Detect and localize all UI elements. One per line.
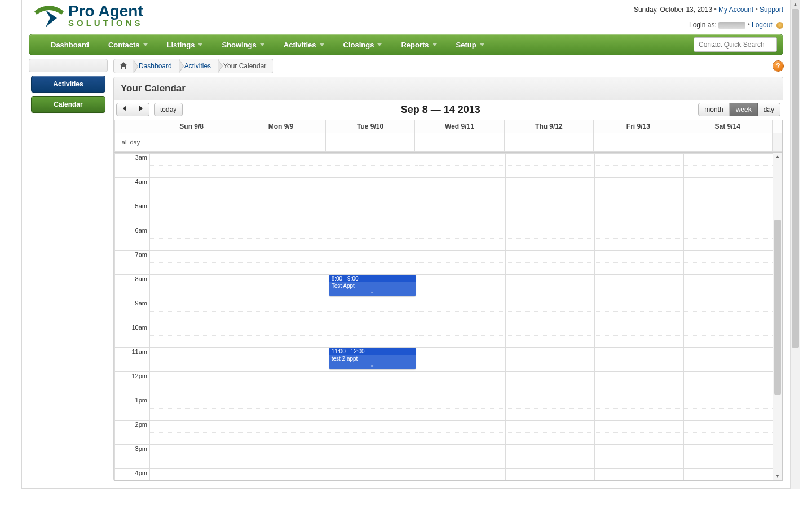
time-slot[interactable] bbox=[595, 396, 684, 421]
calendar-event[interactable]: 8:00 - 9:00Test Appt= bbox=[329, 275, 416, 296]
time-slot[interactable] bbox=[506, 154, 595, 178]
time-slot[interactable] bbox=[150, 469, 239, 481]
time-slot[interactable] bbox=[595, 421, 684, 445]
my-account-link[interactable]: My Account bbox=[718, 6, 753, 14]
time-slot[interactable] bbox=[417, 372, 506, 396]
calendar-event[interactable]: 11:00 - 12:00test 2 appt= bbox=[329, 348, 416, 369]
breadcrumb-dashboard[interactable]: Dashboard bbox=[133, 59, 179, 73]
time-slot[interactable] bbox=[239, 202, 328, 226]
nav-item-listings[interactable]: Listings bbox=[159, 37, 211, 52]
time-slot[interactable] bbox=[684, 421, 773, 445]
allday-cell[interactable] bbox=[504, 133, 593, 152]
time-slot[interactable] bbox=[239, 251, 328, 275]
time-slot[interactable] bbox=[417, 275, 506, 299]
time-slot[interactable] bbox=[417, 226, 506, 251]
time-slot[interactable] bbox=[595, 226, 684, 251]
time-slot[interactable] bbox=[506, 202, 595, 226]
allday-cell[interactable] bbox=[236, 133, 325, 152]
prev-button[interactable] bbox=[116, 103, 133, 116]
time-slot[interactable] bbox=[328, 469, 417, 481]
time-slot[interactable] bbox=[684, 154, 773, 178]
time-slot[interactable] bbox=[328, 299, 417, 323]
time-slot[interactable] bbox=[506, 275, 595, 299]
time-slot[interactable] bbox=[417, 348, 506, 372]
time-slot[interactable] bbox=[328, 202, 417, 226]
time-slot[interactable] bbox=[506, 226, 595, 251]
time-slot[interactable] bbox=[417, 299, 506, 323]
time-slot[interactable] bbox=[328, 178, 417, 202]
scrollbar-thumb[interactable] bbox=[792, 9, 799, 348]
time-slot[interactable] bbox=[684, 178, 773, 202]
allday-cell[interactable] bbox=[683, 133, 772, 152]
allday-cell[interactable] bbox=[415, 133, 504, 152]
nav-item-closings[interactable]: Closings bbox=[336, 37, 390, 52]
nav-item-showings[interactable]: Showings bbox=[214, 37, 272, 52]
next-button[interactable] bbox=[133, 103, 149, 116]
time-slot[interactable] bbox=[417, 421, 506, 445]
time-slot[interactable] bbox=[328, 421, 417, 445]
time-slot[interactable] bbox=[506, 299, 595, 323]
time-slot[interactable] bbox=[595, 154, 684, 178]
time-slot[interactable] bbox=[506, 323, 595, 348]
logout-link[interactable]: Logout bbox=[752, 21, 773, 29]
time-slot[interactable] bbox=[506, 348, 595, 372]
time-slot[interactable] bbox=[595, 299, 684, 323]
time-slot[interactable] bbox=[684, 372, 773, 396]
sidebar-calendar-button[interactable]: Calendar bbox=[31, 96, 105, 113]
scroll-down-icon[interactable]: ▼ bbox=[773, 472, 782, 480]
time-slot[interactable] bbox=[595, 251, 684, 275]
time-slot[interactable] bbox=[417, 323, 506, 348]
browser-scrollbar[interactable]: ▲ ▼ bbox=[790, 0, 800, 489]
allday-cell[interactable] bbox=[147, 133, 236, 152]
time-slot[interactable] bbox=[595, 275, 684, 299]
time-slot[interactable] bbox=[506, 396, 595, 421]
time-slot[interactable] bbox=[595, 202, 684, 226]
time-slot[interactable] bbox=[239, 396, 328, 421]
time-slot[interactable] bbox=[506, 178, 595, 202]
time-slot[interactable] bbox=[684, 323, 773, 348]
time-slot[interactable] bbox=[417, 202, 506, 226]
time-slot[interactable] bbox=[150, 421, 239, 445]
time-slot[interactable] bbox=[684, 226, 773, 251]
time-slot[interactable] bbox=[684, 445, 773, 469]
time-slot[interactable] bbox=[239, 445, 328, 469]
time-slot[interactable] bbox=[328, 323, 417, 348]
time-slot[interactable] bbox=[239, 154, 328, 178]
time-slot[interactable] bbox=[150, 178, 239, 202]
view-day-button[interactable]: day bbox=[758, 103, 780, 116]
sidebar-activities-button[interactable]: Activities bbox=[31, 76, 105, 93]
time-slot[interactable] bbox=[239, 372, 328, 396]
allday-cell[interactable] bbox=[325, 133, 414, 152]
time-slot[interactable]: 8:00 - 9:00Test Appt= bbox=[328, 275, 417, 299]
calendar-scrollbar[interactable]: ▲ ▼ bbox=[773, 153, 782, 480]
time-slot[interactable] bbox=[506, 251, 595, 275]
time-slot[interactable] bbox=[684, 202, 773, 226]
time-slot[interactable] bbox=[506, 421, 595, 445]
time-slot[interactable] bbox=[239, 348, 328, 372]
time-slot[interactable] bbox=[595, 469, 684, 481]
time-slot[interactable] bbox=[684, 396, 773, 421]
time-slot[interactable] bbox=[239, 469, 328, 481]
time-slot[interactable] bbox=[417, 178, 506, 202]
resize-handle-icon[interactable]: = bbox=[371, 364, 374, 369]
nav-item-reports[interactable]: Reports bbox=[393, 37, 444, 52]
time-slot[interactable] bbox=[239, 421, 328, 445]
time-slot[interactable] bbox=[417, 396, 506, 421]
time-slot[interactable] bbox=[328, 154, 417, 178]
time-slot[interactable] bbox=[684, 275, 773, 299]
today-button[interactable]: today bbox=[154, 103, 183, 116]
time-slot[interactable] bbox=[150, 348, 239, 372]
scroll-up-icon[interactable]: ▲ bbox=[791, 0, 800, 9]
allday-cell[interactable] bbox=[594, 133, 683, 152]
time-slot[interactable] bbox=[150, 251, 239, 275]
time-slot[interactable] bbox=[150, 226, 239, 251]
resize-handle-icon[interactable]: = bbox=[371, 291, 374, 296]
nav-item-contacts[interactable]: Contacts bbox=[100, 37, 156, 52]
time-slot[interactable] bbox=[595, 323, 684, 348]
time-slot[interactable] bbox=[328, 372, 417, 396]
time-slot[interactable] bbox=[684, 251, 773, 275]
nav-item-dashboard[interactable]: Dashboard bbox=[43, 37, 97, 52]
time-slot[interactable] bbox=[239, 323, 328, 348]
time-slot[interactable] bbox=[684, 299, 773, 323]
support-link[interactable]: Support bbox=[760, 6, 783, 14]
